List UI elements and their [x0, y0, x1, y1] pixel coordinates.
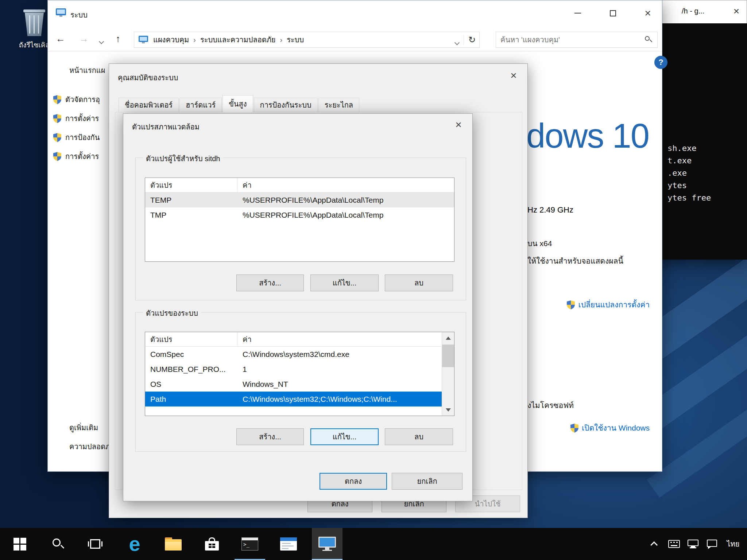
system-control-panel-button[interactable] — [312, 528, 342, 560]
sidebar-item-device-manager[interactable]: ตัวจัดการอุ — [53, 94, 100, 105]
tab-system-protection[interactable]: การป้องกันระบบ — [254, 98, 318, 112]
store-bag-icon — [205, 537, 219, 551]
taskbar-search-button[interactable] — [43, 528, 73, 560]
sidebar-item-security[interactable]: ความปลอดภ — [69, 441, 110, 452]
user-variables-legend: ตัวแปรผู้ใช้สำหรับ sitdh — [143, 153, 223, 164]
start-button[interactable] — [4, 528, 35, 560]
back-button[interactable]: ← — [56, 33, 65, 44]
table-row-comspec[interactable]: ComSpec C:\Windows\system32\cmd.exe — [145, 347, 442, 362]
minimize-icon — [574, 13, 581, 13]
action-center-button[interactable] — [703, 528, 721, 560]
sidebar-see-also: ดูเพิ่มเติม — [69, 422, 98, 433]
system-delete-button[interactable]: ลบ — [385, 428, 453, 445]
breadcrumb-item-system-security[interactable]: ระบบและความปลอดภัย — [200, 34, 276, 46]
table-row-tmp[interactable]: TMP %USERPROFILE%\AppData\Local\Temp — [145, 207, 454, 222]
user-new-button[interactable]: สร้าง... — [236, 275, 304, 291]
close-icon: × — [510, 70, 517, 81]
search-icon — [52, 538, 64, 550]
maximize-icon — [610, 10, 616, 16]
user-variables-list[interactable]: ตัวแปร ค่า TEMP %USERPROFILE%\AppData\Lo… — [145, 178, 454, 262]
cancel-button[interactable]: ยกเลิก — [392, 473, 462, 490]
breadcrumb-item-system[interactable]: ระบบ — [287, 34, 304, 46]
help-button[interactable]: ? — [654, 56, 667, 69]
tab-hardware[interactable]: ฮาร์ดแวร์ — [179, 98, 222, 112]
breadcrumb-separator: › — [280, 36, 283, 44]
close-button[interactable]: × — [505, 67, 522, 83]
maximize-button[interactable] — [601, 0, 625, 26]
console-window[interactable]: /h - g... × sh.exe t.exe .exe ytes ytes … — [649, 0, 747, 260]
dialog-title: คุณสมบัติของระบบ — [118, 72, 178, 83]
address-dropdown-chevron-icon[interactable] — [455, 38, 459, 46]
touch-keyboard-button[interactable] — [665, 528, 683, 560]
close-icon: × — [455, 119, 462, 130]
activate-windows-link[interactable]: เปิดใช้งาน Windows — [527, 422, 650, 434]
sidebar-item-label: การตั้งค่าร — [65, 113, 99, 124]
network-button[interactable] — [684, 528, 702, 560]
forward-button[interactable]: → — [79, 33, 89, 44]
search-input[interactable]: ค้นหา 'แผงควบคุม' — [496, 32, 658, 48]
desktop: ถังรีไซเคิล /h - g... × sh.exe t.exe .ex… — [0, 0, 747, 560]
tray-chevron-up-icon — [650, 541, 658, 549]
file-explorer-button[interactable] — [158, 528, 189, 560]
language-indicator[interactable]: ไทย — [722, 528, 744, 560]
sidebar-item-remote-settings[interactable]: การตั้งค่าร — [53, 113, 99, 124]
breadcrumb-separator: › — [193, 36, 196, 44]
sidebar-item-label: การตั้งค่าร — [65, 151, 99, 162]
scroll-up-button[interactable] — [442, 332, 454, 344]
navigation-bar: ← → ↑ แผงควบคุม › ระบบและความปลอดภัย › ร… — [48, 28, 662, 51]
tray-show-hidden-button[interactable] — [646, 528, 664, 560]
scrollbar-thumb[interactable] — [442, 345, 454, 367]
change-settings-link[interactable]: เปลี่ยนแปลงการตั้งค่า — [527, 299, 650, 311]
scroll-up-icon — [446, 337, 451, 340]
console-text-line: sh.exe — [667, 142, 747, 155]
scroll-down-button[interactable] — [442, 404, 454, 416]
sidebar-item-advanced-settings[interactable]: การตั้งค่าร — [53, 151, 99, 162]
store-button[interactable] — [197, 528, 227, 560]
table-row-os[interactable]: OS Windows_NT — [145, 377, 442, 392]
recent-locations-chevron-icon[interactable] — [100, 37, 103, 45]
shield-icon — [53, 95, 62, 104]
system-edit-button[interactable]: แก้ไข... — [310, 428, 379, 445]
tab-advanced[interactable]: ขั้นสูง — [222, 95, 253, 112]
system-monitor-icon — [318, 537, 336, 551]
command-prompt-button[interactable]: >_ — [235, 528, 265, 560]
task-view-button[interactable] — [80, 528, 111, 560]
user-delete-button[interactable]: ลบ — [385, 275, 453, 291]
system-variables-list[interactable]: ตัวแปร ค่า ComSpec C:\Windows\system32\c… — [145, 332, 454, 416]
column-variable: ตัวแปร — [145, 332, 237, 346]
sidebar-home[interactable]: หน้าแรกแผ — [69, 65, 105, 76]
console-close-icon[interactable]: × — [734, 5, 739, 17]
sidebar-item-label: การป้องกัน — [65, 132, 100, 143]
system-window-titlebar: ระบบ × — [48, 0, 662, 28]
up-button[interactable]: ↑ — [116, 33, 120, 44]
console-titlebar: /h - g... × — [649, 0, 747, 23]
environment-variables-dialog: ตัวแปรสภาพแวดล้อม × ตัวแปรผู้ใช้สำหรับ s… — [123, 113, 473, 501]
window-title: ระบบ — [70, 9, 88, 21]
table-row-temp[interactable]: TEMP %USERPROFILE%\AppData\Local\Temp — [145, 192, 454, 207]
table-row-path-selected[interactable]: Path C:\Windows\system32;C:\Windows;C:\W… — [145, 392, 442, 407]
vertical-scrollbar — [442, 332, 454, 416]
console-title: /h - g... — [682, 7, 704, 15]
close-button[interactable]: × — [636, 0, 660, 26]
dialog-title: ตัวแปรสภาพแวดล้อม — [132, 121, 200, 133]
user-edit-button[interactable]: แก้ไข... — [310, 275, 379, 291]
ok-button[interactable]: ตกลง — [320, 473, 387, 490]
recycle-bin-icon — [23, 9, 46, 37]
action-center-icon — [707, 540, 717, 548]
folder-icon — [165, 537, 182, 551]
address-bar[interactable]: แผงควบคุม › ระบบและความปลอดภัย › ระบบ ↻ — [134, 32, 480, 48]
sidebar-item-system-protection[interactable]: การป้องกัน — [53, 132, 100, 143]
edge-browser-button[interactable]: e — [119, 528, 150, 560]
column-variable: ตัวแปร — [145, 178, 237, 192]
column-value: ค่า — [237, 334, 442, 345]
close-button[interactable]: × — [450, 117, 467, 133]
app-window-button[interactable] — [273, 528, 304, 560]
tab-remote[interactable]: ระยะไกล — [318, 98, 359, 112]
help-icon: ? — [658, 58, 663, 67]
table-row-number-of-processors[interactable]: NUMBER_OF_PRO... 1 — [145, 362, 442, 377]
refresh-button[interactable]: ↻ — [464, 35, 476, 45]
tab-computer-name[interactable]: ชื่อคอมพิวเตอร์ — [119, 98, 179, 112]
system-new-button[interactable]: สร้าง... — [236, 428, 304, 445]
minimize-button[interactable] — [566, 0, 590, 26]
breadcrumb-item-control-panel[interactable]: แผงควบคุม — [153, 34, 189, 46]
